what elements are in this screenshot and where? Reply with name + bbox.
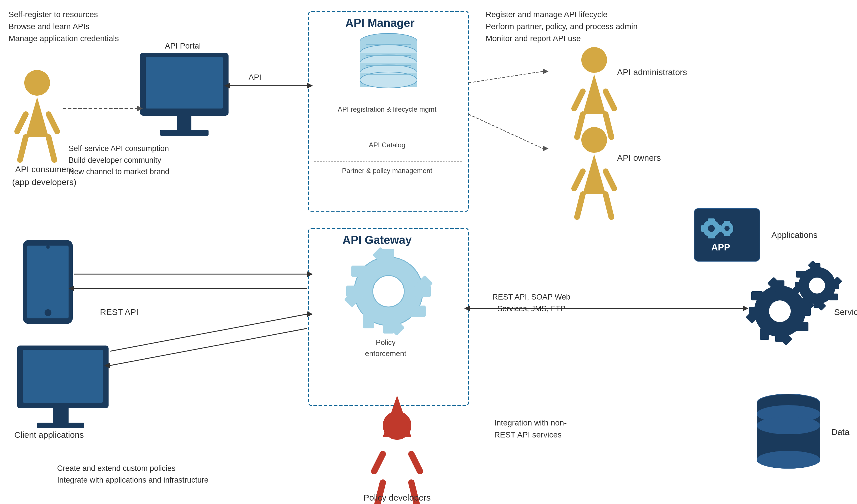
svg-rect-71 — [778, 331, 792, 346]
svg-marker-124 — [307, 311, 313, 317]
svg-rect-78 — [813, 263, 820, 272]
svg-rect-5 — [360, 53, 417, 70]
svg-point-92 — [757, 417, 820, 434]
svg-point-8 — [360, 65, 417, 81]
svg-rect-7 — [360, 63, 417, 80]
svg-rect-85 — [802, 298, 809, 307]
svg-rect-102 — [23, 350, 103, 403]
svg-line-106 — [374, 454, 383, 471]
svg-point-89 — [757, 394, 820, 411]
api-arrow-label: API — [249, 71, 262, 83]
svg-point-44 — [581, 127, 607, 153]
svg-rect-104 — [37, 423, 84, 428]
svg-rect-75 — [767, 277, 782, 292]
svg-rect-23 — [414, 275, 433, 294]
svg-point-6 — [360, 55, 417, 71]
api-manager-section3: Partner & policy management — [312, 166, 463, 176]
svg-rect-32 — [177, 116, 191, 130]
svg-rect-26 — [363, 313, 374, 328]
svg-rect-9 — [360, 73, 417, 87]
svg-rect-101 — [17, 346, 108, 409]
svg-rect-103 — [53, 409, 69, 423]
svg-rect-29 — [372, 247, 391, 266]
api-owners-label: API owners — [617, 151, 661, 164]
svg-point-91 — [757, 405, 820, 423]
svg-line-48 — [606, 194, 611, 217]
svg-line-125 — [110, 328, 307, 365]
svg-rect-65 — [775, 280, 785, 292]
svg-line-42 — [577, 114, 583, 137]
svg-marker-111 — [137, 106, 143, 111]
svg-point-105 — [383, 411, 411, 440]
svg-line-117 — [469, 114, 543, 149]
svg-rect-33 — [160, 130, 208, 136]
svg-line-37 — [20, 137, 26, 160]
svg-rect-24 — [410, 306, 426, 317]
client-applications-label: Client applications — [14, 428, 84, 441]
svg-point-99 — [45, 309, 51, 316]
svg-line-107 — [411, 454, 420, 471]
svg-rect-88 — [808, 260, 819, 271]
svg-rect-53 — [708, 234, 715, 239]
svg-rect-98 — [27, 246, 69, 318]
svg-point-39 — [581, 47, 607, 73]
svg-rect-90 — [757, 403, 820, 460]
svg-rect-60 — [719, 226, 723, 231]
svg-marker-118 — [543, 146, 549, 151]
svg-line-47 — [577, 194, 583, 217]
svg-marker-126 — [104, 363, 110, 368]
svg-marker-114 — [224, 83, 230, 88]
svg-point-100 — [46, 245, 50, 249]
svg-line-123 — [110, 314, 307, 351]
svg-line-36 — [49, 114, 57, 132]
svg-point-50 — [703, 220, 720, 237]
svg-rect-72 — [760, 328, 769, 340]
api-gateway-title: API Gateway — [317, 231, 437, 248]
svg-rect-3 — [360, 41, 417, 64]
custom-policies-text: Create and extend custom policies Integr… — [57, 463, 208, 486]
api-manager-section2: API Catalog — [312, 140, 463, 150]
svg-rect-61 — [730, 226, 733, 231]
svg-line-45 — [574, 171, 583, 189]
svg-rect-31 — [146, 57, 223, 108]
svg-point-96 — [757, 451, 820, 468]
rest-api-label: REST API — [100, 306, 138, 318]
svg-rect-84 — [815, 300, 826, 311]
data-label: Data — [831, 425, 849, 438]
svg-rect-86 — [792, 284, 803, 295]
svg-point-10 — [360, 72, 417, 88]
svg-rect-52 — [708, 219, 715, 223]
api-manager-section1: API registration & lifecycle mgmt — [312, 104, 463, 115]
svg-rect-97 — [23, 240, 73, 324]
api-gateway-section1: Policy enforcement — [343, 337, 428, 359]
svg-marker-122 — [69, 285, 74, 291]
svg-rect-1 — [308, 228, 469, 405]
svg-rect-49 — [694, 208, 760, 261]
svg-rect-81 — [795, 282, 803, 289]
svg-rect-83 — [829, 294, 838, 300]
svg-line-43 — [606, 114, 611, 137]
svg-rect-54 — [701, 225, 706, 232]
svg-point-34 — [24, 70, 50, 95]
svg-line-40 — [574, 91, 583, 108]
svg-marker-113 — [307, 83, 313, 88]
svg-rect-22 — [346, 285, 362, 297]
svg-line-41 — [606, 91, 614, 108]
svg-rect-73 — [745, 309, 760, 324]
svg-line-46 — [606, 171, 614, 189]
svg-marker-129 — [464, 306, 470, 311]
svg-rect-74 — [751, 291, 763, 300]
svg-marker-116 — [543, 69, 549, 74]
svg-rect-67 — [799, 307, 811, 316]
svg-line-38 — [49, 137, 54, 160]
svg-rect-79 — [813, 299, 820, 308]
integration-text: Integration with non- REST API services — [494, 417, 567, 441]
svg-point-77 — [809, 278, 825, 294]
svg-point-4 — [360, 45, 417, 61]
svg-marker-128 — [743, 306, 749, 311]
api-administrators-label: API administrators — [617, 66, 687, 79]
svg-rect-58 — [724, 221, 730, 224]
svg-point-2 — [360, 33, 417, 49]
svg-rect-19 — [383, 249, 394, 265]
svg-rect-87 — [796, 271, 805, 278]
